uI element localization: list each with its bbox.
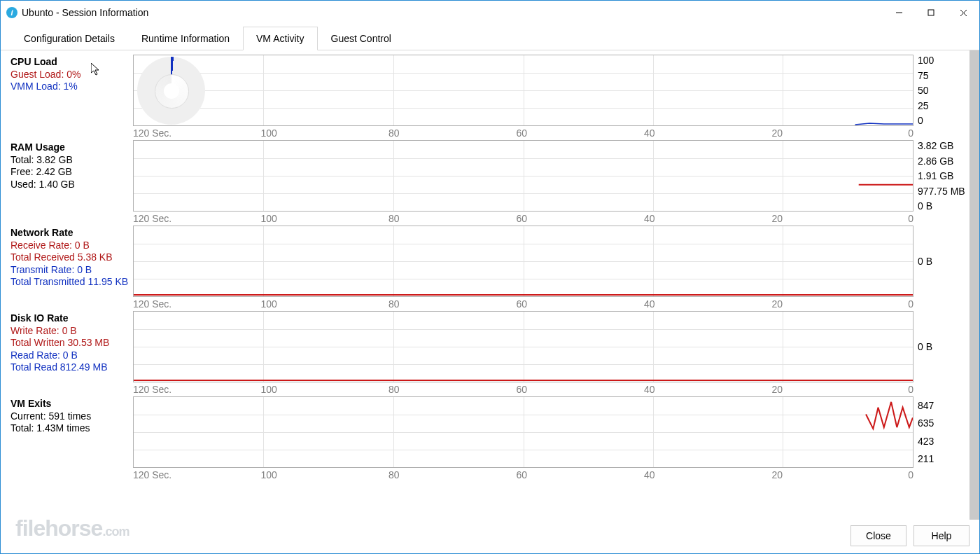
- exits-chart[interactable]: [133, 396, 913, 468]
- x-label: 120 Sec.: [133, 127, 261, 139]
- x-label: 60: [517, 127, 645, 139]
- exits-line: [134, 397, 913, 467]
- tab-runtime-information[interactable]: Runtime Information: [128, 27, 243, 50]
- y-label: 75: [918, 70, 934, 81]
- y-label: 1.91 GB: [918, 170, 965, 181]
- x-label: 60: [517, 469, 645, 480]
- x-label: 100: [261, 298, 389, 310]
- y-label: 211: [918, 453, 934, 464]
- x-label: 20: [772, 127, 900, 139]
- cpu-guest-load: Guest Load: 0%: [10, 69, 133, 81]
- disk-write-total: Total Written 30.53 MB: [10, 337, 133, 349]
- net-line: [134, 226, 913, 296]
- window: i Ubunto - Session Information Configura…: [0, 0, 980, 554]
- net-tx-rate: Transmit Rate: 0 B: [10, 264, 133, 277]
- x-label: 40: [644, 384, 772, 395]
- x-label: 40: [644, 298, 772, 310]
- cpu-line: [134, 55, 913, 125]
- y-label: 25: [918, 100, 934, 111]
- ram-x-axis: 120 Sec. 100 80 60 40 20 0: [133, 213, 913, 224]
- x-label: 60: [517, 384, 645, 395]
- y-label: 977.75 MB: [918, 186, 965, 197]
- app-info-icon: i: [6, 7, 18, 18]
- y-label: 635: [918, 417, 934, 429]
- cpu-vmm-load: VMM Load: 1%: [10, 81, 133, 93]
- window-title: Ubunto - Session Information: [22, 7, 148, 18]
- close-button[interactable]: [947, 1, 979, 25]
- vm-activity-content: CPU Load Guest Load: 0% VMM Load: 1%: [1, 50, 969, 520]
- help-button[interactable]: Help: [913, 525, 969, 546]
- disk-x-axis: 120 Sec. 100 80 60 40 20 0: [133, 384, 913, 395]
- x-label: 0: [899, 127, 913, 139]
- cpu-legend: CPU Load Guest Load: 0% VMM Load: 1%: [10, 55, 133, 93]
- close-dialog-button[interactable]: Close: [850, 525, 906, 546]
- x-label: 100: [261, 469, 389, 480]
- disk-chart[interactable]: [133, 311, 913, 382]
- scrollbar[interactable]: [969, 50, 979, 520]
- footer: Close Help: [1, 520, 979, 553]
- maximize-button[interactable]: [915, 1, 947, 25]
- scrollbar-thumb[interactable]: [969, 50, 979, 520]
- titlebar: i Ubunto - Session Information: [1, 1, 979, 25]
- y-label: 0 B: [918, 341, 932, 352]
- x-label: 80: [388, 127, 517, 139]
- x-label: 40: [644, 213, 772, 224]
- ram-line: [134, 141, 913, 211]
- disk-write-rate: Write Rate: 0 B: [10, 325, 133, 338]
- net-tx-total: Total Transmitted 11.95 KB: [10, 276, 133, 289]
- x-label: 60: [517, 298, 645, 310]
- metric-ram-usage: RAM Usage Total: 3.82 GB Free: 2.42 GB U…: [10, 140, 962, 224]
- x-label: 80: [388, 213, 517, 224]
- tab-configuration-details[interactable]: Configuration Details: [10, 27, 128, 50]
- x-label: 120 Sec.: [133, 469, 261, 480]
- cpu-y-axis: 100 75 50 25 0: [918, 55, 934, 126]
- cpu-x-axis: 120 Sec. 100 80 60 40 20 0: [133, 127, 913, 139]
- ram-chart[interactable]: [133, 140, 913, 212]
- cpu-chart[interactable]: [133, 55, 913, 126]
- disk-chart-block: 0 B 120 Sec. 100 80 60 40 20 0: [133, 311, 962, 395]
- x-label: 120 Sec.: [133, 213, 261, 224]
- y-label: 50: [918, 85, 934, 96]
- y-label: 2.86 GB: [918, 155, 965, 167]
- y-label: 847: [918, 400, 934, 411]
- exits-chart-block: 847 635 423 211 120 Sec. 100 80 60 40 20…: [133, 396, 962, 480]
- net-recv-rate: Receive Rate: 0 B: [10, 240, 133, 252]
- exits-heading: VM Exits: [10, 398, 133, 410]
- net-x-axis: 120 Sec. 100 80 60 40 20 0: [133, 298, 913, 310]
- ram-heading: RAM Usage: [10, 141, 133, 154]
- body-area: CPU Load Guest Load: 0% VMM Load: 1%: [1, 50, 979, 520]
- disk-read-total: Total Read 812.49 MB: [10, 361, 133, 374]
- net-chart-block: 0 B 120 Sec. 100 80 60 40 20 0: [133, 226, 962, 310]
- metric-vm-exits: VM Exits Current: 591 times Total: 1.43M…: [10, 396, 962, 480]
- tab-bar: Configuration Details Runtime Informatio…: [1, 25, 979, 50]
- x-label: 20: [772, 213, 900, 224]
- cpu-heading: CPU Load: [10, 56, 133, 69]
- net-legend: Network Rate Receive Rate: 0 B Total Rec…: [10, 226, 133, 289]
- disk-legend: Disk IO Rate Write Rate: 0 B Total Writt…: [10, 311, 133, 374]
- x-label: 20: [772, 469, 900, 480]
- x-label: 100: [261, 384, 389, 395]
- minimize-button[interactable]: [883, 1, 915, 25]
- tab-vm-activity[interactable]: VM Activity: [243, 27, 317, 50]
- x-label: 80: [388, 298, 517, 310]
- y-label: 100: [918, 55, 934, 66]
- metric-network-rate: Network Rate Receive Rate: 0 B Total Rec…: [10, 226, 962, 310]
- disk-y-axis: 0 B: [918, 311, 932, 382]
- exits-current: Current: 591 times: [10, 410, 133, 423]
- ram-legend: RAM Usage Total: 3.82 GB Free: 2.42 GB U…: [10, 140, 133, 191]
- x-label: 120 Sec.: [133, 384, 261, 395]
- x-label: 40: [644, 469, 772, 480]
- exits-total: Total: 1.43M times: [10, 422, 133, 435]
- ram-free: Free: 2.42 GB: [10, 166, 133, 179]
- tab-guest-control[interactable]: Guest Control: [318, 27, 405, 50]
- net-chart[interactable]: [133, 226, 913, 297]
- ram-y-axis: 3.82 GB 2.86 GB 1.91 GB 977.75 MB 0 B: [918, 140, 965, 212]
- x-label: 20: [772, 298, 900, 310]
- svg-rect-1: [928, 10, 934, 15]
- x-label: 20: [772, 384, 900, 395]
- x-label: 0: [899, 298, 913, 310]
- disk-line: [134, 312, 913, 382]
- ram-used: Used: 1.40 GB: [10, 179, 133, 191]
- ram-total: Total: 3.82 GB: [10, 154, 133, 167]
- exits-x-axis: 120 Sec. 100 80 60 40 20 0: [133, 469, 913, 480]
